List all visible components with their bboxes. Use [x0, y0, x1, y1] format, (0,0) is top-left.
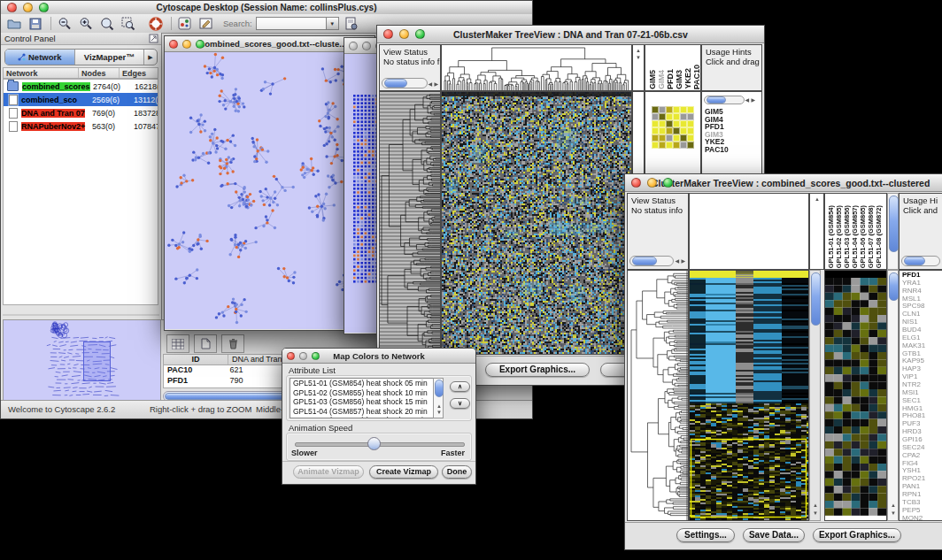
- plugin-icon[interactable]: [176, 16, 193, 31]
- status-h-scrollbar[interactable]: [382, 78, 428, 88]
- heatmap-column-label[interactable]: GPL51-03 (GSM856): [843, 205, 851, 268]
- close-button[interactable]: [287, 352, 295, 360]
- tab-vizmapper[interactable]: VizMapper™: [74, 50, 144, 65]
- scrollbar-thumb[interactable]: [811, 272, 821, 326]
- minimize-button[interactable]: [299, 352, 307, 360]
- new-attribute-icon[interactable]: [194, 334, 217, 353]
- scroll-right-icon[interactable]: ▶: [751, 97, 755, 103]
- delete-attribute-icon[interactable]: [221, 334, 244, 353]
- close-button[interactable]: [169, 40, 178, 49]
- attribute-list-item[interactable]: GPL51-01 (GSM854) heat shock 05 min: [290, 379, 434, 388]
- save-icon[interactable]: [27, 16, 43, 31]
- col-edges[interactable]: Edges: [120, 68, 158, 78]
- network-list-row[interactable]: combined_scores 2764(0) 16218(0): [4, 80, 158, 93]
- tab-overflow-arrow-icon[interactable]: ▶: [143, 50, 157, 65]
- minimize-button[interactable]: [23, 3, 33, 12]
- save-data-button[interactable]: Save Data...: [743, 528, 805, 542]
- scroll-right-icon[interactable]: ▶: [434, 81, 438, 87]
- scroll-left-icon[interactable]: ◀: [745, 97, 749, 103]
- network-canvas[interactable]: [165, 52, 373, 329]
- heatmap-column-label[interactable]: GPL51-06 (GSM865): [859, 205, 867, 268]
- attribute-list-item[interactable]: GPL51-06 (GSM865) heat shock 40 min: [290, 416, 434, 418]
- heatmap-v-scrollbar[interactable]: ▲ ▼: [809, 270, 821, 521]
- mini-heatmap-canvas[interactable]: [652, 106, 694, 149]
- dialog-title-bar[interactable]: Map Colors to Network: [282, 349, 475, 364]
- scrollbar-thumb[interactable]: [904, 257, 925, 265]
- minimize-button[interactable]: [399, 29, 409, 39]
- network-list-row[interactable]: combined_sco 2569(6) 13112(15): [4, 93, 158, 106]
- scrollbar-thumb[interactable]: [889, 196, 899, 252]
- row-dendrogram-canvas[interactable]: [628, 271, 688, 520]
- list-v-scrollbar[interactable]: ▲ ▼: [433, 378, 444, 418]
- heatmap-column-label[interactable]: GIM5: [648, 70, 657, 89]
- scrollbar-thumb[interactable]: [889, 272, 899, 301]
- heatmap-column-label[interactable]: GPL51-01 (GSM854): [827, 205, 835, 268]
- float-panel-icon[interactable]: [149, 34, 158, 45]
- close-button[interactable]: [349, 42, 358, 50]
- zoom-v-scrollbar[interactable]: ▲ ▼: [887, 270, 899, 521]
- col-network[interactable]: Network: [4, 68, 79, 78]
- tab-network[interactable]: Network: [5, 50, 74, 65]
- search-dropdown-icon[interactable]: ▼: [327, 17, 339, 30]
- heatmap-column-label[interactable]: YKE2: [683, 68, 692, 89]
- attribute-list[interactable]: GPL51-01 (GSM854) heat shock 05 minGPL51…: [290, 378, 435, 418]
- annotation-icon[interactable]: [197, 16, 214, 31]
- minimize-button[interactable]: [647, 178, 657, 188]
- search-input[interactable]: [256, 17, 327, 30]
- close-button[interactable]: [383, 29, 393, 39]
- scroll-down-icon[interactable]: ▼: [813, 510, 818, 516]
- select-attributes-icon[interactable]: [166, 334, 189, 353]
- network-list-row[interactable]: DNA and Tran 07 769(0) 183728(0): [4, 106, 158, 119]
- zoom-out-icon[interactable]: [56, 16, 73, 31]
- scroll-left-icon[interactable]: ◀: [675, 258, 679, 264]
- heatmap-column-label[interactable]: GPL51-04 (GSM857): [851, 205, 859, 268]
- heatmap-row-label[interactable]: PAC10: [705, 146, 729, 154]
- scroll-down-icon[interactable]: ▼: [891, 510, 896, 516]
- zoom-window-button[interactable]: [415, 29, 425, 39]
- gene-label[interactable]: MON2: [902, 515, 925, 521]
- heatmap-column-label[interactable]: PAC10: [692, 65, 700, 89]
- scroll-up-icon[interactable]: ▲: [636, 48, 641, 53]
- scroll-down-icon[interactable]: ▼: [436, 410, 442, 415]
- attribute-list-item[interactable]: GPL51-04 (GSM857) heat shock 20 min: [290, 407, 434, 417]
- help-ring-icon[interactable]: [147, 16, 164, 31]
- heatmap-column-label[interactable]: GPL51-02 (GSM855): [835, 205, 843, 268]
- zoom-selected-icon[interactable]: [98, 16, 115, 31]
- scroll-up-icon[interactable]: ▲: [815, 196, 820, 202]
- close-button[interactable]: [631, 178, 641, 188]
- scroll-left-icon[interactable]: ◀: [428, 81, 432, 87]
- attribute-list-item[interactable]: GPL51-02 (GSM855) heat shock 10 min: [290, 388, 434, 398]
- scroll-up-icon[interactable]: ▲: [436, 403, 442, 409]
- row-dendrogram-canvas[interactable]: [380, 92, 440, 354]
- scroll-up-icon[interactable]: ▲: [813, 502, 818, 508]
- heatmap-canvas[interactable]: [442, 92, 631, 354]
- move-down-button[interactable]: ∨: [450, 398, 470, 409]
- attr-col-id[interactable]: ID: [164, 355, 228, 364]
- settings-button[interactable]: Settings...: [676, 528, 735, 542]
- zoom-window-button[interactable]: [196, 40, 205, 49]
- animate-vizmap-button[interactable]: Animate Vizmap: [293, 465, 364, 479]
- heatmap-column-label[interactable]: GIM4: [657, 70, 666, 89]
- heatmap-column-label[interactable]: GIM3: [675, 70, 683, 89]
- treeview2-title-bar[interactable]: ClusterMaker TreeView : combined_scores_…: [625, 174, 942, 192]
- scroll-up-icon[interactable]: ▲: [891, 502, 896, 508]
- status-h-scrollbar[interactable]: [629, 256, 674, 266]
- scrollbar-thumb[interactable]: [435, 380, 444, 397]
- heatmap-canvas[interactable]: [690, 271, 808, 520]
- column-dendrogram-canvas[interactable]: [442, 45, 631, 90]
- col-nodes[interactable]: Nodes: [79, 68, 120, 78]
- network-list-row[interactable]: RNAPuberNov2+ 563(0) 107847(0): [4, 119, 158, 133]
- move-up-button[interactable]: ∧: [450, 381, 470, 392]
- heatmap-column-label[interactable]: PFD1: [666, 69, 675, 89]
- column-tree-area[interactable]: [689, 193, 809, 270]
- zoom-heatmap-canvas[interactable]: [825, 271, 886, 520]
- zoom-window-button[interactable]: [312, 352, 320, 360]
- zoom-in-icon[interactable]: [77, 16, 94, 31]
- treeview1-title-bar[interactable]: ClusterMaker TreeView : DNA and Tran 07-…: [377, 26, 764, 43]
- minimize-button[interactable]: [362, 42, 371, 50]
- close-button[interactable]: [7, 3, 17, 12]
- speed-slider-thumb[interactable]: [367, 437, 381, 450]
- scroll-down-icon[interactable]: ▼: [636, 55, 641, 60]
- panel-splitter[interactable]: [3, 314, 159, 316]
- done-button[interactable]: Done: [442, 465, 472, 479]
